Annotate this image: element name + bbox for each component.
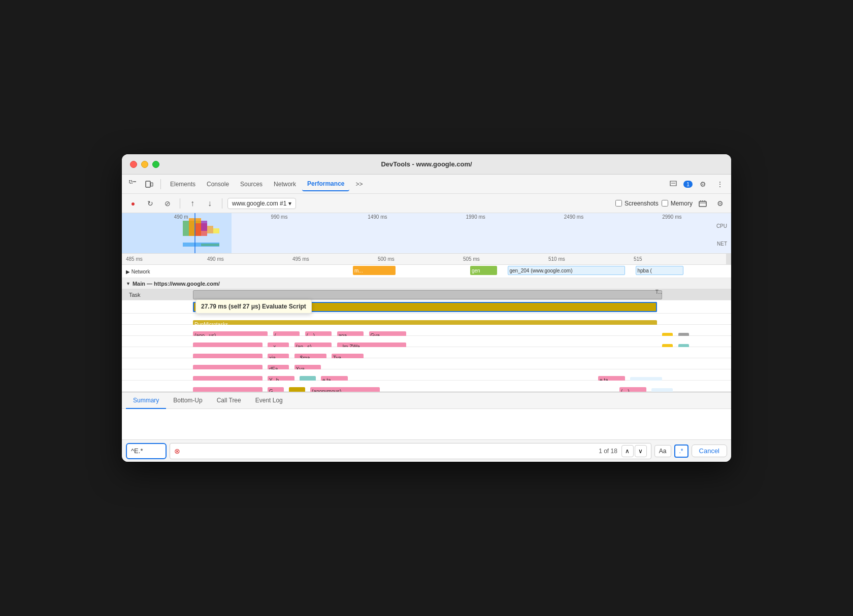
overview-label-2: 990 ms	[230, 214, 328, 220]
network-row-label: ▶ Network	[122, 267, 193, 276]
match-case-button[interactable]: Aa	[654, 445, 671, 457]
toolbar-right: 1 ⚙ ⋮	[666, 177, 727, 191]
svg-rect-5	[699, 201, 706, 207]
flame-row-1: (ano...us) (… (…) ana Gya	[122, 325, 731, 336]
cpu-label: CPU	[716, 223, 727, 229]
network-bar-hpba[interactable]: hpba (	[636, 266, 684, 275]
tab-performance[interactable]: Performance	[302, 177, 349, 191]
ruler-mark-6: 515	[634, 256, 642, 262]
tab-bottom-up[interactable]: Bottom-Up	[166, 393, 209, 409]
clear-button[interactable]: ⊘	[160, 196, 175, 211]
regex-button[interactable]: .*	[674, 444, 688, 458]
maximize-button[interactable]	[152, 161, 159, 168]
bottom-panel: Summary Bottom-Up Call Tree Event Log	[122, 392, 731, 439]
settings-icon[interactable]: ⚙	[696, 177, 710, 191]
net-label: NET	[717, 241, 727, 247]
overview-labels: 490 m 990 ms 1490 ms 1990 ms 2490 ms 299…	[122, 214, 731, 220]
ruler-mark-2: 495 ms	[292, 256, 309, 262]
evaluate-script-row[interactable]: 27.79 ms (self 27 μs) Evaluate Script	[122, 300, 731, 314]
devtools-window: DevTools - www.google.com/ Elements Cons…	[122, 154, 731, 462]
tab-elements[interactable]: Elements	[165, 178, 201, 191]
search-clear-icon[interactable]: ⊗	[174, 447, 180, 455]
fb-light-blue-6	[651, 388, 673, 392]
timeline-container: 490 m 990 ms 1490 ms 1990 ms 2490 ms 299…	[122, 213, 731, 392]
network-bar-gen[interactable]: gen	[470, 266, 497, 275]
more-options-icon[interactable]: ⋮	[713, 177, 727, 191]
fb-g[interactable]: G…	[268, 387, 284, 392]
tab-network[interactable]: Network	[269, 178, 301, 191]
perf-divider-1	[180, 198, 180, 209]
chat-icon[interactable]	[666, 177, 680, 191]
network-bar-m[interactable]: m...	[353, 266, 396, 275]
network-row: ▶ Network m... gen gen_204 (www.google.c…	[122, 265, 731, 278]
tab-call-tree[interactable]: Call Tree	[210, 393, 248, 409]
network-row-content[interactable]: m... gen gen_204 (www.google.com) hpba (	[193, 265, 726, 278]
search-input[interactable]	[131, 447, 161, 455]
search-main-area[interactable]: ⊗ 1 of 18 ∧ ∨	[170, 443, 651, 459]
tooltip: 27.79 ms (self 27 μs) Evaluate Script	[195, 299, 312, 314]
time-ruler: 485 ms 490 ms 495 ms 500 ms 505 ms 510 m…	[122, 254, 731, 265]
download-button[interactable]: ↓	[203, 196, 217, 211]
clear-icon[interactable]	[696, 196, 710, 211]
scrollbar-track[interactable]	[726, 254, 731, 264]
search-next-button[interactable]: ∨	[635, 445, 647, 457]
task-row-label: Task	[122, 291, 193, 299]
task-row-content[interactable]: T...	[193, 289, 726, 300]
tab-more[interactable]: >>	[350, 178, 368, 191]
runmicrotasks-row: RunMicrotasks	[122, 314, 731, 325]
cancel-button[interactable]: Cancel	[692, 444, 727, 457]
url-dropdown-icon: ▾	[288, 200, 291, 207]
bottom-tabs: Summary Bottom-Up Call Tree Event Log	[122, 393, 731, 409]
reload-button[interactable]: ↻	[143, 196, 157, 211]
toolbar-divider-1	[160, 179, 161, 189]
perf-toolbar: ● ↻ ⊘ ↑ ↓ www.google.com #1 ▾ Screenshot…	[122, 194, 731, 213]
overview-label-4: 1990 ms	[426, 214, 524, 220]
fb-anonymous[interactable]: (anonymous)	[310, 387, 380, 392]
tab-sources[interactable]: Sources	[235, 178, 268, 191]
window-title: DevTools - www.google.com/	[381, 160, 472, 168]
notification-badge: 1	[683, 181, 693, 188]
svg-rect-2	[146, 181, 150, 187]
flame-row-3: xja _.$ma Tya	[122, 347, 731, 358]
svg-rect-15	[207, 226, 213, 233]
search-bar: ⊗ 1 of 18 ∧ ∨ Aa .* Cancel	[122, 439, 731, 462]
flame-row-5: Y...b e.ta e.ta	[122, 369, 731, 381]
ruler-mark-4: 505 ms	[463, 256, 480, 262]
network-bar-gen204[interactable]: gen_204 (www.google.com)	[508, 266, 625, 275]
minimize-button[interactable]	[141, 161, 148, 168]
overview-label-3: 1490 ms	[329, 214, 426, 220]
fb-yellow-6[interactable]	[289, 387, 305, 392]
flame-row-6: G… (anonymous) (…)	[122, 381, 731, 392]
device-toggle-icon[interactable]	[142, 177, 156, 191]
main-section-row: ▼ Main — https://www.google.com/	[122, 278, 731, 289]
perf-settings-icon[interactable]: ⚙	[713, 196, 727, 211]
svg-rect-0	[129, 181, 132, 183]
tooltip-script-label: Evaluate Script	[262, 303, 306, 310]
url-selector[interactable]: www.google.com #1 ▾	[227, 198, 296, 209]
memory-checkbox[interactable]: Memory	[662, 200, 693, 207]
record-button[interactable]: ●	[126, 196, 140, 211]
screenshots-checkbox[interactable]: Screenshots	[615, 200, 659, 207]
main-section-label: Main — https://www.google.com/	[133, 281, 220, 287]
search-prev-button[interactable]: ∧	[621, 445, 634, 457]
tooltip-time: 27.79 ms (self 27 μs)	[201, 303, 260, 310]
search-input-container[interactable]	[126, 443, 167, 459]
evaluate-script-content[interactable]: 27.79 ms (self 27 μs) Evaluate Script	[193, 300, 726, 313]
tab-toolbar: Elements Console Sources Network Perform…	[122, 175, 731, 194]
svg-rect-16	[213, 228, 219, 233]
overview-label-6: 2990 ms	[623, 214, 721, 220]
upload-button[interactable]: ↑	[185, 196, 200, 211]
flame-row-4: dFa Xya	[122, 358, 731, 369]
close-button[interactable]	[130, 161, 137, 168]
task-row: Task T...	[122, 289, 731, 300]
tab-event-log[interactable]: Event Log	[248, 393, 290, 409]
overview-timeline[interactable]: 490 m 990 ms 1490 ms 1990 ms 2490 ms 299…	[122, 213, 731, 254]
task-bar[interactable]	[193, 290, 662, 299]
tab-summary[interactable]: Summary	[126, 393, 166, 409]
task-label-right: T...	[655, 289, 662, 295]
memory-checkbox-input[interactable]	[662, 200, 668, 207]
tab-console[interactable]: Console	[202, 178, 234, 191]
inspect-icon[interactable]	[126, 177, 140, 191]
screenshots-checkbox-input[interactable]	[615, 200, 622, 207]
fb-anon-right[interactable]: (…)	[619, 387, 646, 392]
